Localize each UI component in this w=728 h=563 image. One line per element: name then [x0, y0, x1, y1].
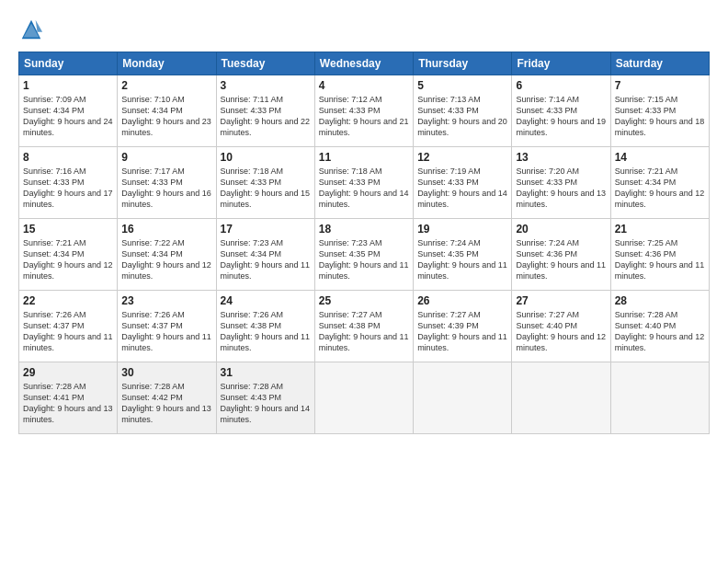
- calendar-cell: 9 Sunrise: 7:17 AM Sunset: 4:33 PM Dayli…: [118, 147, 216, 219]
- day-number: 8: [23, 151, 113, 164]
- calendar-cell: 10 Sunrise: 7:18 AM Sunset: 4:33 PM Dayl…: [216, 147, 314, 219]
- calendar-cell: 12 Sunrise: 7:19 AM Sunset: 4:33 PM Dayl…: [414, 147, 512, 219]
- day-number: 4: [319, 79, 409, 92]
- cell-info: Sunrise: 7:10 AM Sunset: 4:34 PM Dayligh…: [121, 94, 211, 139]
- header-day-saturday: Saturday: [610, 52, 709, 75]
- calendar-cell: 16 Sunrise: 7:22 AM Sunset: 4:34 PM Dayl…: [118, 219, 216, 291]
- header-day-sunday: Sunday: [19, 52, 118, 75]
- week-row-5: 29 Sunrise: 7:28 AM Sunset: 4:41 PM Dayl…: [19, 362, 710, 434]
- calendar-cell: 30 Sunrise: 7:28 AM Sunset: 4:42 PM Dayl…: [118, 362, 216, 434]
- calendar-header-row: SundayMondayTuesdayWednesdayThursdayFrid…: [19, 52, 710, 75]
- cell-info: Sunrise: 7:11 AM Sunset: 4:33 PM Dayligh…: [221, 94, 311, 139]
- calendar-cell: 1 Sunrise: 7:09 AM Sunset: 4:34 PM Dayli…: [19, 75, 118, 147]
- cell-info: Sunrise: 7:27 AM Sunset: 4:40 PM Dayligh…: [516, 309, 606, 354]
- header: [18, 17, 710, 42]
- calendar-cell: 7 Sunrise: 7:15 AM Sunset: 4:33 PM Dayli…: [610, 75, 709, 147]
- calendar-cell: 21 Sunrise: 7:25 AM Sunset: 4:36 PM Dayl…: [610, 219, 709, 291]
- day-number: 26: [417, 294, 507, 307]
- cell-info: Sunrise: 7:15 AM Sunset: 4:33 PM Dayligh…: [615, 94, 705, 139]
- calendar-cell: [314, 362, 413, 434]
- day-number: 18: [319, 223, 409, 236]
- calendar-cell: 31 Sunrise: 7:28 AM Sunset: 4:43 PM Dayl…: [216, 362, 314, 434]
- day-number: 15: [23, 223, 113, 236]
- day-number: 3: [221, 79, 311, 92]
- calendar-cell: 8 Sunrise: 7:16 AM Sunset: 4:33 PM Dayli…: [19, 147, 118, 219]
- calendar-cell: 13 Sunrise: 7:20 AM Sunset: 4:33 PM Dayl…: [512, 147, 610, 219]
- cell-info: Sunrise: 7:24 AM Sunset: 4:36 PM Dayligh…: [516, 237, 606, 282]
- day-number: 12: [417, 151, 507, 164]
- day-number: 27: [516, 294, 606, 307]
- calendar-cell: 23 Sunrise: 7:26 AM Sunset: 4:37 PM Dayl…: [118, 291, 216, 362]
- day-number: 16: [121, 223, 211, 236]
- logo: [18, 17, 48, 42]
- cell-info: Sunrise: 7:28 AM Sunset: 4:43 PM Dayligh…: [221, 381, 311, 426]
- day-number: 21: [615, 223, 705, 236]
- logo-icon: [18, 17, 44, 42]
- calendar-cell: 20 Sunrise: 7:24 AM Sunset: 4:36 PM Dayl…: [512, 219, 610, 291]
- cell-info: Sunrise: 7:28 AM Sunset: 4:40 PM Dayligh…: [615, 309, 705, 354]
- svg-marker-2: [36, 20, 42, 32]
- cell-info: Sunrise: 7:21 AM Sunset: 4:34 PM Dayligh…: [23, 237, 113, 282]
- day-number: 11: [319, 151, 409, 164]
- calendar: SundayMondayTuesdayWednesdayThursdayFrid…: [18, 52, 710, 434]
- header-day-thursday: Thursday: [414, 52, 512, 75]
- day-number: 7: [615, 79, 705, 92]
- cell-info: Sunrise: 7:21 AM Sunset: 4:34 PM Dayligh…: [615, 166, 705, 211]
- cell-info: Sunrise: 7:27 AM Sunset: 4:38 PM Dayligh…: [319, 309, 409, 354]
- day-number: 29: [23, 366, 113, 379]
- day-number: 1: [23, 79, 113, 92]
- calendar-cell: 6 Sunrise: 7:14 AM Sunset: 4:33 PM Dayli…: [512, 75, 610, 147]
- header-day-wednesday: Wednesday: [314, 52, 413, 75]
- calendar-cell: 19 Sunrise: 7:24 AM Sunset: 4:35 PM Dayl…: [414, 219, 512, 291]
- day-number: 19: [417, 223, 507, 236]
- header-day-monday: Monday: [118, 52, 216, 75]
- day-number: 23: [121, 294, 211, 307]
- day-number: 5: [417, 79, 507, 92]
- header-day-friday: Friday: [512, 52, 610, 75]
- calendar-cell: 3 Sunrise: 7:11 AM Sunset: 4:33 PM Dayli…: [216, 75, 314, 147]
- cell-info: Sunrise: 7:26 AM Sunset: 4:38 PM Dayligh…: [221, 309, 311, 354]
- calendar-cell: 22 Sunrise: 7:26 AM Sunset: 4:37 PM Dayl…: [19, 291, 118, 362]
- calendar-cell: 26 Sunrise: 7:27 AM Sunset: 4:39 PM Dayl…: [414, 291, 512, 362]
- week-row-3: 15 Sunrise: 7:21 AM Sunset: 4:34 PM Dayl…: [19, 219, 710, 291]
- calendar-cell: 5 Sunrise: 7:13 AM Sunset: 4:33 PM Dayli…: [414, 75, 512, 147]
- cell-info: Sunrise: 7:14 AM Sunset: 4:33 PM Dayligh…: [516, 94, 606, 139]
- calendar-cell: 18 Sunrise: 7:23 AM Sunset: 4:35 PM Dayl…: [314, 219, 413, 291]
- day-number: 30: [121, 366, 211, 379]
- calendar-cell: 14 Sunrise: 7:21 AM Sunset: 4:34 PM Dayl…: [610, 147, 709, 219]
- cell-info: Sunrise: 7:20 AM Sunset: 4:33 PM Dayligh…: [516, 166, 606, 211]
- header-day-tuesday: Tuesday: [216, 52, 314, 75]
- page: SundayMondayTuesdayWednesdayThursdayFrid…: [0, 0, 728, 563]
- day-number: 10: [221, 151, 311, 164]
- calendar-cell: 29 Sunrise: 7:28 AM Sunset: 4:41 PM Dayl…: [19, 362, 118, 434]
- cell-info: Sunrise: 7:13 AM Sunset: 4:33 PM Dayligh…: [417, 94, 507, 139]
- cell-info: Sunrise: 7:09 AM Sunset: 4:34 PM Dayligh…: [23, 94, 113, 139]
- cell-info: Sunrise: 7:17 AM Sunset: 4:33 PM Dayligh…: [121, 166, 211, 211]
- cell-info: Sunrise: 7:26 AM Sunset: 4:37 PM Dayligh…: [23, 309, 113, 354]
- cell-info: Sunrise: 7:25 AM Sunset: 4:36 PM Dayligh…: [615, 237, 705, 282]
- day-number: 24: [221, 294, 311, 307]
- cell-info: Sunrise: 7:19 AM Sunset: 4:33 PM Dayligh…: [417, 166, 507, 211]
- calendar-cell: 17 Sunrise: 7:23 AM Sunset: 4:34 PM Dayl…: [216, 219, 314, 291]
- week-row-2: 8 Sunrise: 7:16 AM Sunset: 4:33 PM Dayli…: [19, 147, 710, 219]
- day-number: 31: [221, 366, 311, 379]
- day-number: 6: [516, 79, 606, 92]
- cell-info: Sunrise: 7:23 AM Sunset: 4:35 PM Dayligh…: [319, 237, 409, 282]
- day-number: 25: [319, 294, 409, 307]
- cell-info: Sunrise: 7:22 AM Sunset: 4:34 PM Dayligh…: [121, 237, 211, 282]
- calendar-cell: 4 Sunrise: 7:12 AM Sunset: 4:33 PM Dayli…: [314, 75, 413, 147]
- calendar-cell: 27 Sunrise: 7:27 AM Sunset: 4:40 PM Dayl…: [512, 291, 610, 362]
- calendar-cell: 2 Sunrise: 7:10 AM Sunset: 4:34 PM Dayli…: [118, 75, 216, 147]
- day-number: 2: [121, 79, 211, 92]
- day-number: 28: [615, 294, 705, 307]
- cell-info: Sunrise: 7:18 AM Sunset: 4:33 PM Dayligh…: [221, 166, 311, 211]
- calendar-cell: [512, 362, 610, 434]
- calendar-cell: 24 Sunrise: 7:26 AM Sunset: 4:38 PM Dayl…: [216, 291, 314, 362]
- cell-info: Sunrise: 7:16 AM Sunset: 4:33 PM Dayligh…: [23, 166, 113, 211]
- day-number: 9: [121, 151, 211, 164]
- week-row-4: 22 Sunrise: 7:26 AM Sunset: 4:37 PM Dayl…: [19, 291, 710, 362]
- cell-info: Sunrise: 7:24 AM Sunset: 4:35 PM Dayligh…: [417, 237, 507, 282]
- day-number: 14: [615, 151, 705, 164]
- day-number: 22: [23, 294, 113, 307]
- calendar-cell: 28 Sunrise: 7:28 AM Sunset: 4:40 PM Dayl…: [610, 291, 709, 362]
